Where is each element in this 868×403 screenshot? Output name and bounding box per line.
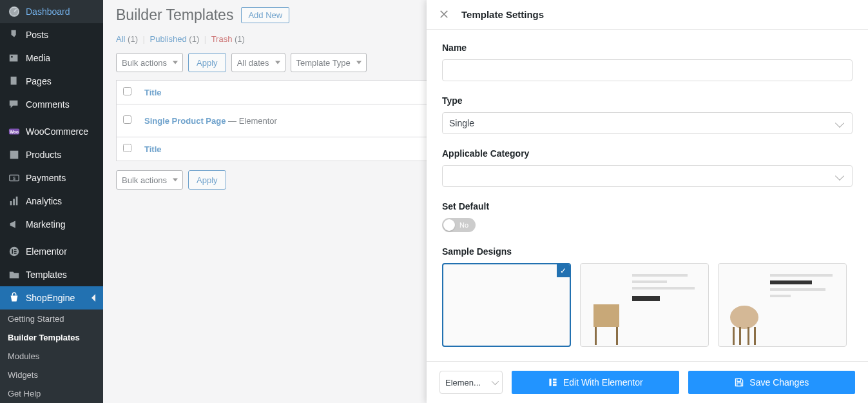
sidebar-item-label: WooCommerce [26, 126, 88, 137]
editor-select[interactable]: Elemen... [439, 371, 503, 394]
sidebar-item-templates[interactable]: Templates [0, 263, 103, 286]
sidebar-submenu: Getting Started Builder Templates Module… [0, 310, 103, 403]
payments-icon: $ [8, 172, 21, 184]
type-label: Type [442, 95, 853, 106]
admin-sidebar: Dashboard Posts Media Pages Comments Woo… [0, 0, 103, 403]
svg-rect-3 [11, 77, 17, 85]
sidebar-item-shopengine[interactable]: ShopEngine [0, 286, 103, 310]
shopengine-icon [8, 291, 21, 304]
svg-rect-28 [553, 382, 557, 384]
sidebar-item-payments[interactable]: $ Payments [0, 166, 103, 190]
sidebar-item-label: Templates [26, 270, 67, 280]
sidebar-item-label: Marketing [26, 219, 65, 230]
save-icon [734, 377, 744, 388]
sidebar-item-posts[interactable]: Posts [0, 23, 103, 46]
sidebar-item-label: Dashboard [26, 6, 70, 17]
svg-rect-30 [737, 378, 741, 381]
svg-rect-15 [14, 251, 17, 252]
category-select[interactable] [442, 165, 853, 187]
sidebar-sub-getting-started[interactable]: Getting Started [0, 310, 103, 328]
sidebar-item-label: ShopEngine [26, 293, 75, 303]
sidebar-item-label: Payments [26, 173, 66, 183]
default-label: Set Default [442, 201, 853, 211]
svg-rect-11 [16, 197, 18, 206]
svg-rect-25 [747, 327, 749, 345]
sidebar-sub-modules[interactable]: Modules [0, 347, 103, 366]
check-icon: ✓ [557, 264, 570, 277]
category-label: Applicable Category [442, 148, 853, 159]
sidebar-sub-get-help[interactable]: Get Help [0, 384, 103, 403]
sidebar-item-analytics[interactable]: Analytics [0, 190, 103, 213]
sample-design-3[interactable] [718, 263, 847, 347]
dashboard-icon [8, 5, 21, 18]
sample-design-2[interactable] [580, 263, 709, 347]
svg-rect-31 [737, 383, 741, 386]
chair-icon [587, 301, 626, 346]
svg-rect-9 [10, 201, 12, 205]
edit-button-label: Edit With Elementor [563, 377, 643, 388]
pin-icon [8, 28, 21, 41]
name-label: Name [442, 43, 853, 53]
svg-rect-24 [739, 327, 741, 345]
svg-rect-17 [593, 314, 619, 327]
sidebar-item-dashboard[interactable]: Dashboard [0, 0, 103, 23]
chevron-down-icon [835, 119, 844, 128]
svg-rect-26 [549, 378, 551, 386]
sidebar-item-pages[interactable]: Pages [0, 70, 103, 93]
svg-rect-22 [733, 327, 735, 345]
sidebar-item-label: Comments [26, 99, 70, 110]
woo-icon: Woo [8, 125, 21, 138]
svg-rect-18 [593, 304, 619, 315]
sample-design-1[interactable]: ✓ [442, 263, 571, 347]
sidebar-item-marketing[interactable]: Marketing [0, 213, 103, 236]
type-select[interactable]: Single [442, 112, 853, 134]
close-icon[interactable] [439, 10, 450, 20]
sidebar-item-label: Products [26, 150, 61, 160]
sidebar-sub-widgets[interactable]: Widgets [0, 366, 103, 384]
edit-with-elementor-button[interactable]: Edit With Elementor [512, 371, 679, 394]
svg-rect-20 [616, 327, 618, 345]
sidebar-item-elementor[interactable]: Elementor [0, 240, 103, 263]
svg-text:Woo: Woo [10, 130, 19, 134]
comment-icon [8, 98, 21, 111]
sidebar-item-label: Posts [26, 30, 48, 40]
svg-rect-29 [553, 384, 557, 386]
sidebar-item-comments[interactable]: Comments [0, 93, 103, 116]
sidebar-item-products[interactable]: Products [0, 143, 103, 166]
page-icon [8, 75, 21, 88]
save-button-label: Save Changes [749, 377, 809, 388]
type-select-value: Single [449, 118, 474, 128]
svg-rect-1 [10, 55, 18, 62]
media-icon [8, 52, 21, 64]
chevron-down-icon [835, 172, 844, 181]
name-input[interactable] [442, 59, 853, 81]
set-default-toggle[interactable]: No [442, 218, 476, 232]
sidebar-item-label: Analytics [26, 196, 62, 206]
svg-rect-23 [754, 327, 756, 345]
toggle-label: No [459, 221, 468, 229]
editor-select-value: Elemen... [445, 378, 481, 388]
svg-rect-6 [10, 151, 19, 159]
chair-icon [725, 301, 764, 346]
svg-rect-10 [13, 199, 15, 205]
svg-point-21 [730, 306, 758, 329]
sidebar-item-label: Elementor [26, 246, 67, 257]
save-changes-button[interactable]: Save Changes [688, 371, 856, 394]
svg-rect-14 [14, 249, 17, 250]
sidebar-item-label: Pages [26, 76, 52, 86]
elementor-icon [548, 377, 558, 388]
megaphone-icon [8, 218, 21, 231]
sidebar-item-media[interactable]: Media [0, 46, 103, 70]
products-icon [8, 148, 21, 161]
svg-rect-16 [14, 253, 17, 254]
folder-icon [8, 268, 21, 281]
sidebar-item-woocommerce[interactable]: Woo WooCommerce [0, 120, 103, 143]
analytics-icon [8, 195, 21, 208]
chevron-down-icon [492, 378, 499, 385]
sidebar-item-label: Media [26, 53, 50, 63]
svg-rect-19 [595, 327, 597, 345]
svg-rect-27 [553, 378, 557, 380]
designs-label: Sample Designs [442, 246, 853, 257]
sidebar-sub-builder-templates[interactable]: Builder Templates [0, 328, 103, 347]
elementor-icon [8, 245, 21, 258]
